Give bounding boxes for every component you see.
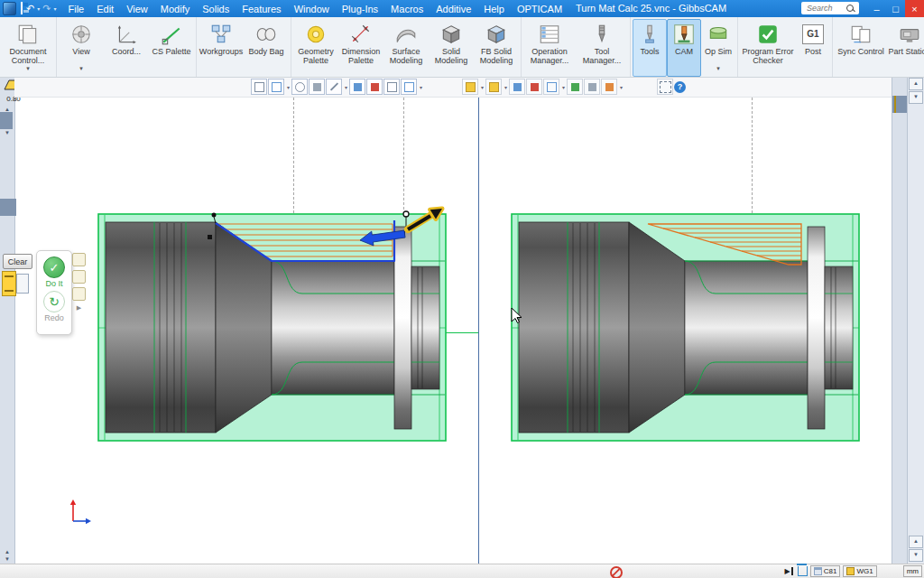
- help-icon[interactable]: ?: [674, 81, 686, 93]
- clipboard-icon[interactable]: [72, 287, 86, 301]
- ribbon-document-control[interactable]: Document Control... ▾: [2, 19, 54, 77]
- grid-snap-icon[interactable]: [401, 79, 417, 95]
- ribbon-view[interactable]: View ▾: [59, 19, 104, 77]
- ribbon-fb-solid-modeling[interactable]: FB Solid Modeling: [474, 19, 519, 77]
- dropdown-icon[interactable]: ▾: [345, 84, 347, 90]
- ribbon-operation-manager[interactable]: Operation Manager...: [523, 19, 576, 77]
- menu-edit[interactable]: Edit: [90, 2, 120, 16]
- dropdown-icon[interactable]: ▾: [26, 65, 30, 71]
- cs-indicator[interactable]: C81: [810, 565, 841, 577]
- scroll-down-button[interactable]: ▼: [909, 549, 923, 562]
- ribbon-geometry-palette[interactable]: Geometry Palette: [293, 19, 338, 77]
- stock-icon[interactable]: [509, 79, 525, 95]
- ribbon-workgroups[interactable]: Workgroups: [199, 19, 244, 77]
- translate-icon[interactable]: [366, 79, 383, 95]
- menu-macros[interactable]: Macros: [384, 2, 430, 16]
- ribbon-surface-modeling[interactable]: Surface Modeling: [383, 19, 429, 77]
- viewport-divider[interactable]: [478, 97, 479, 564]
- scroll-down-icon[interactable]: ▼: [0, 129, 14, 136]
- cs-align-icon[interactable]: [268, 79, 284, 95]
- menu-modify[interactable]: Modify: [154, 2, 196, 16]
- dropdown-icon[interactable]: ▾: [79, 65, 83, 71]
- dropdown-icon[interactable]: ▾: [620, 84, 623, 90]
- menu-file[interactable]: File: [61, 2, 90, 16]
- menu-window[interactable]: Window: [288, 2, 336, 16]
- expand-arrow-icon[interactable]: ▶: [72, 304, 86, 312]
- menu-opticam[interactable]: OPTICAM: [511, 2, 568, 16]
- dropdown-icon[interactable]: ▾: [481, 84, 484, 90]
- menu-solids[interactable]: Solids: [196, 2, 236, 16]
- printer-icon[interactable]: [584, 79, 600, 95]
- swap-selected-icon[interactable]: [2, 271, 16, 296]
- clipboard-icon[interactable]: [72, 270, 86, 284]
- undo-dropdown-icon[interactable]: ▾: [37, 5, 40, 12]
- ribbon-cam[interactable]: CAM: [667, 19, 701, 77]
- ribbon-dimension-palette[interactable]: Dimension Palette: [338, 19, 383, 77]
- search-input[interactable]: [805, 3, 846, 14]
- menu-plugins[interactable]: Plug-Ins: [336, 2, 384, 16]
- gear-icon[interactable]: [601, 79, 617, 95]
- swap-alt-icon[interactable]: [16, 274, 29, 294]
- save-button[interactable]: [20, 4, 23, 14]
- ribbon-solid-modeling[interactable]: Solid Modeling: [429, 19, 474, 77]
- op-marker-icon[interactable]: [526, 79, 542, 95]
- viewport-left-part[interactable]: [96, 199, 449, 450]
- scroll-down-icon[interactable]: ▼: [0, 555, 14, 563]
- close-button[interactable]: ×: [905, 0, 924, 17]
- menu-additive[interactable]: Additive: [430, 2, 477, 16]
- new-workgroup-icon[interactable]: [462, 79, 478, 95]
- app-icon[interactable]: [3, 2, 16, 15]
- ribbon-body-bag[interactable]: Body Bag: [244, 19, 289, 77]
- redo-button[interactable]: ↷: [42, 4, 51, 14]
- ribbon-sync-control[interactable]: Sync Control: [835, 19, 887, 77]
- ribbon-tool-manager[interactable]: Tool Manager...: [576, 19, 628, 77]
- strip-item[interactable]: [11, 112, 13, 129]
- open-workgroup-icon[interactable]: [485, 79, 502, 95]
- ribbon-cs-palette[interactable]: CS Palette: [149, 19, 194, 77]
- ribbon-post[interactable]: G1 Post: [796, 19, 830, 77]
- strip-item[interactable]: [14, 199, 16, 216]
- clear-button[interactable]: Clear: [3, 254, 32, 269]
- search-icon[interactable]: [846, 5, 854, 12]
- trash-icon[interactable]: [798, 566, 808, 576]
- mirror-icon[interactable]: [349, 79, 365, 95]
- select-tool-icon[interactable]: [251, 79, 267, 95]
- zoom-window-icon[interactable]: [326, 79, 342, 95]
- ribbon-tools[interactable]: Tools: [633, 19, 667, 77]
- clipboard-icon[interactable]: [72, 253, 86, 266]
- viewport-right-part[interactable]: [509, 199, 863, 450]
- iso-view-icon[interactable]: [309, 79, 325, 95]
- menu-help[interactable]: Help: [477, 2, 511, 16]
- dropdown-icon[interactable]: ▾: [716, 65, 720, 71]
- top-view-icon[interactable]: [291, 79, 308, 95]
- dropdown-icon[interactable]: ▾: [562, 84, 565, 90]
- profile-end-handle[interactable]: [403, 211, 409, 217]
- scroll-up-button[interactable]: ▲: [909, 536, 923, 548]
- profile-corner-handle[interactable]: [208, 235, 212, 239]
- profile-start-handle[interactable]: [212, 213, 217, 218]
- columns-icon[interactable]: [543, 79, 559, 95]
- ribbon-program-error-checker[interactable]: Program Error Checker: [740, 19, 796, 77]
- ribbon-op-sim[interactable]: Op Sim ▾: [701, 19, 735, 77]
- scroll-up-button[interactable]: ▲: [909, 78, 923, 90]
- workgroup-indicator[interactable]: WG1: [843, 565, 876, 577]
- redo-dropdown-icon[interactable]: ▾: [53, 5, 56, 12]
- sheet-icon[interactable]: [567, 79, 583, 95]
- dropdown-icon[interactable]: ▾: [287, 84, 290, 90]
- ribbon-part-station[interactable]: Part Station: [887, 19, 924, 77]
- minimize-button[interactable]: –: [867, 0, 886, 17]
- menu-features[interactable]: Features: [236, 2, 287, 16]
- units-indicator[interactable]: mm: [903, 565, 922, 577]
- scroll-up-icon[interactable]: ▲: [0, 548, 14, 555]
- dropdown-icon[interactable]: ▾: [420, 84, 422, 90]
- scroll-down-button[interactable]: ▼: [909, 91, 923, 104]
- go-to-end-icon[interactable]: ▶: [785, 567, 793, 575]
- menu-view[interactable]: View: [120, 2, 154, 16]
- duplicate-icon[interactable]: [383, 79, 400, 95]
- ribbon-coord[interactable]: Coord...: [104, 19, 149, 77]
- do-it-button[interactable]: ✓: [43, 256, 65, 278]
- fit-to-screen-icon[interactable]: [657, 79, 673, 95]
- restore-button[interactable]: □: [886, 0, 905, 17]
- dropdown-icon[interactable]: ▾: [504, 84, 507, 90]
- redo-op-button[interactable]: ↻: [43, 291, 65, 312]
